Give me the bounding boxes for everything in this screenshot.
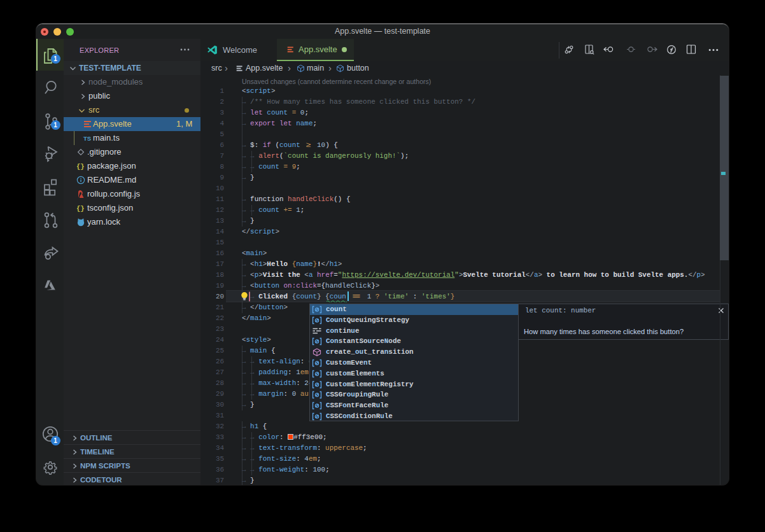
svg-text:TS: TS bbox=[83, 135, 91, 142]
svg-text:{}: {} bbox=[76, 205, 85, 213]
svg-text:{}: {} bbox=[76, 163, 85, 171]
